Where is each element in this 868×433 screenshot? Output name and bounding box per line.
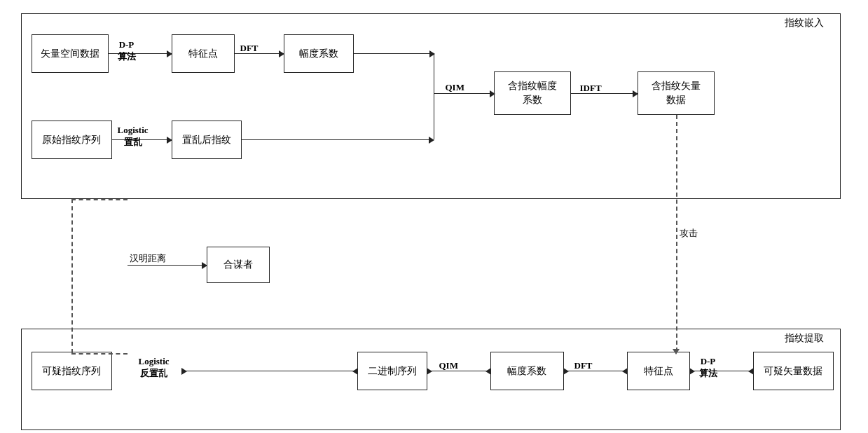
arrow-hamming-to-colluder (128, 265, 207, 266)
arrow-amplitude-right (354, 53, 434, 54)
dft2-label: DFT (574, 360, 593, 371)
suspect-vector-box: 可疑矢量数据 (753, 352, 834, 390)
binary-sequence-box: 二进制序列 (357, 352, 427, 390)
feature-point-top-box: 特征点 (172, 34, 235, 73)
fingerprint-amplitude-box: 含指纹幅度系数 (494, 71, 571, 115)
dash-arrow-head (673, 349, 680, 355)
dash-line-attack (676, 115, 677, 352)
dash-top-h (71, 199, 128, 200)
logistic1-label: Logistic置乱 (118, 125, 149, 149)
arrow-to-qim (434, 93, 495, 94)
arrow-scrambled-right (242, 139, 434, 140)
arrow-down-to-qim (434, 53, 434, 93)
dp1-label: D-P算法 (118, 39, 136, 63)
diagram: 指纹嵌入 指纹提取 矢量空间数据 特征点 幅度系数 含指纹幅度系数 含指纹矢量数… (14, 10, 855, 423)
attack-label: 攻击 (680, 227, 698, 240)
logistic2-label: Logistic反置乱 (139, 356, 170, 380)
dp2-label: D-P算法 (699, 356, 717, 380)
suspect-fingerprint-box: 可疑指纹序列 (32, 352, 112, 390)
dft1-label: DFT (240, 43, 259, 54)
idft1-label: IDFT (580, 83, 602, 94)
embed-label: 指纹嵌入 (785, 17, 824, 29)
amplitude-coeff-bottom-box: 幅度系数 (490, 352, 564, 390)
arrow-amplitude-to-binary (427, 371, 490, 371)
vector-data-box: 矢量空间数据 (32, 34, 109, 73)
colluder-box: 合谋者 (207, 247, 270, 283)
fingerprint-vector-box: 含指纹矢量数据 (638, 71, 715, 115)
qim1-label: QIM (446, 82, 464, 93)
arrow-binary-to-suspect (182, 371, 357, 371)
feature-point-bottom-box: 特征点 (627, 352, 690, 390)
embed-section (21, 13, 841, 199)
extract-label: 指纹提取 (785, 332, 824, 345)
dash-left-vertical (71, 199, 73, 353)
arrow-scrambled-up (434, 93, 434, 139)
hamming-label: 汉明距离 (130, 252, 166, 265)
arrow-feature-to-amplitude-bottom (564, 371, 627, 371)
amplitude-coeff-top-box: 幅度系数 (284, 34, 354, 73)
dash-bottom-h (71, 353, 128, 355)
scrambled-fingerprint-box: 置乱后指纹 (172, 121, 242, 159)
qim2-label: QIM (439, 360, 458, 371)
original-fingerprint-box: 原始指纹序列 (32, 121, 112, 159)
